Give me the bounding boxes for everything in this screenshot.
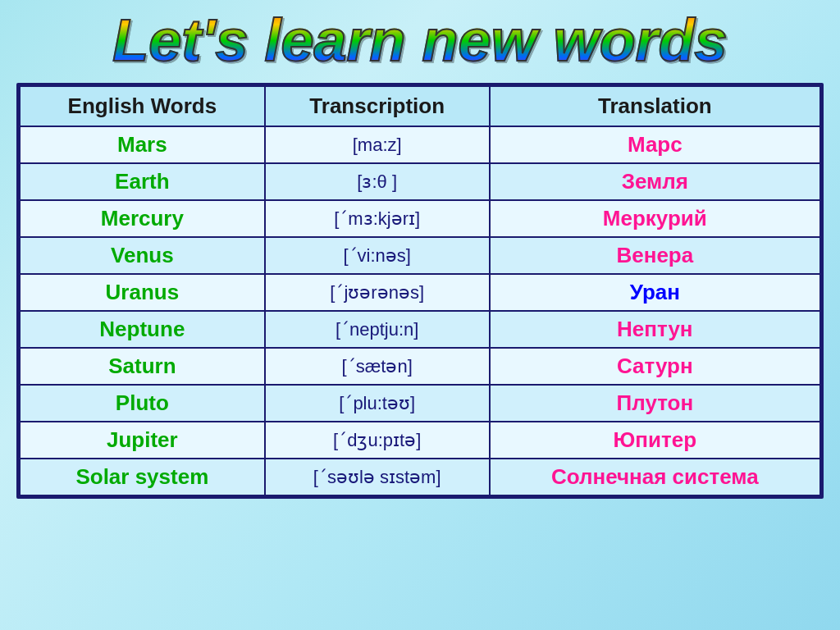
cell-english: Solar system: [20, 459, 265, 495]
cell-translation: Сатурн: [490, 348, 820, 385]
cell-english: Jupiter: [20, 422, 265, 459]
table-row: Earth[ɜ:θ ]Земля: [20, 163, 820, 200]
cell-english: Earth: [20, 163, 265, 200]
header-translation: Translation: [490, 86, 820, 126]
table-row: Mercury[ˊmɜ:kjərɪ]Меркурий: [20, 200, 820, 237]
cell-transcription: [ˊvi:nəs]: [265, 237, 490, 274]
cell-translation: Нептун: [490, 311, 820, 348]
cell-transcription: [ɜ:θ ]: [265, 163, 490, 200]
cell-english: Mercury: [20, 200, 265, 237]
cell-english: Pluto: [20, 385, 265, 422]
cell-english: Neptune: [20, 311, 265, 348]
cell-english: Venus: [20, 237, 265, 274]
cell-english: Saturn: [20, 348, 265, 385]
cell-translation: Солнечная система: [490, 459, 820, 495]
cell-transcription: [ˊsəʊlə sɪstəm]: [265, 459, 490, 495]
cell-translation: Венера: [490, 237, 820, 274]
table-row: Mars[ma:z]Марс: [20, 126, 820, 163]
cell-translation: Уран: [490, 274, 820, 311]
vocabulary-table: English Words Transcription Translation …: [19, 85, 821, 496]
table-row: Solar system[ˊsəʊlə sɪstəm]Солнечная сис…: [20, 459, 820, 495]
table-row: Venus[ˊvi:nəs]Венера: [20, 237, 820, 274]
cell-translation: Меркурий: [490, 200, 820, 237]
table-row: Pluto[ˊplu:təʊ]Плутон: [20, 385, 820, 422]
table-row: Neptune[ˊneptju:n]Нептун: [20, 311, 820, 348]
cell-transcription: [ma:z]: [265, 126, 490, 163]
cell-transcription: [ˊplu:təʊ]: [265, 385, 490, 422]
table-header-row: English Words Transcription Translation: [20, 86, 820, 126]
header-english: English Words: [20, 86, 265, 126]
cell-transcription: [ˊneptju:n]: [265, 311, 490, 348]
cell-english: Uranus: [20, 274, 265, 311]
cell-translation: Плутон: [490, 385, 820, 422]
cell-transcription: [ˊjʊərənəs]: [265, 274, 490, 311]
vocabulary-table-wrapper: English Words Transcription Translation …: [16, 83, 824, 499]
cell-translation: Юпитер: [490, 422, 820, 459]
header-transcription: Transcription: [265, 86, 490, 126]
table-row: Uranus[ˊjʊərənəs]Уран: [20, 274, 820, 311]
cell-transcription: [ˊsætən]: [265, 348, 490, 385]
cell-transcription: [ˊdʒu:pɪtə]: [265, 422, 490, 459]
page-title: Let's learn new words: [112, 8, 727, 73]
table-row: Jupiter[ˊdʒu:pɪtə]Юпитер: [20, 422, 820, 459]
cell-transcription: [ˊmɜ:kjərɪ]: [265, 200, 490, 237]
table-row: Saturn[ˊsætən]Сатурн: [20, 348, 820, 385]
cell-translation: Земля: [490, 163, 820, 200]
cell-english: Mars: [20, 126, 265, 163]
cell-translation: Марс: [490, 126, 820, 163]
